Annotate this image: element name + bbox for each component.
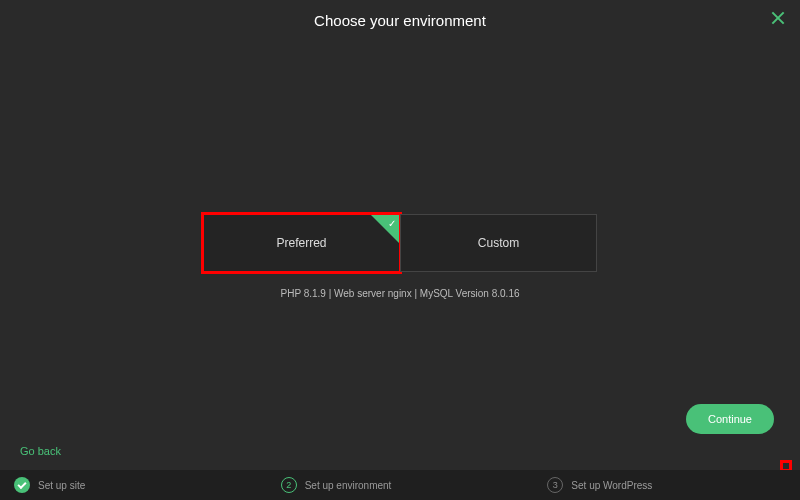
continue-button[interactable]: Continue xyxy=(686,404,774,434)
step-label: Set up WordPress xyxy=(571,480,652,491)
environment-details: PHP 8.1.9 | Web server nginx | MySQL Ver… xyxy=(0,288,800,299)
environment-options: ✓ Preferred Custom xyxy=(0,214,800,272)
step-setup-environment: 2 Set up environment xyxy=(267,470,534,500)
check-icon xyxy=(14,477,30,493)
check-icon: ✓ xyxy=(388,218,396,229)
step-setup-site: Set up site xyxy=(0,470,267,500)
option-label: Preferred xyxy=(276,236,326,250)
step-number: 3 xyxy=(547,477,563,493)
stepper: Set up site 2 Set up environment 3 Set u… xyxy=(0,470,800,500)
step-number: 2 xyxy=(281,477,297,493)
option-preferred[interactable]: ✓ Preferred xyxy=(203,214,400,272)
option-label: Custom xyxy=(478,236,519,250)
continue-highlight: Continue xyxy=(782,462,790,470)
step-label: Set up environment xyxy=(305,480,392,491)
step-setup-wordpress: 3 Set up WordPress xyxy=(533,470,800,500)
close-icon[interactable] xyxy=(770,10,786,26)
page-title: Choose your environment xyxy=(0,0,800,29)
step-label: Set up site xyxy=(38,480,85,491)
go-back-link[interactable]: Go back xyxy=(20,445,61,457)
option-custom[interactable]: Custom xyxy=(400,214,597,272)
